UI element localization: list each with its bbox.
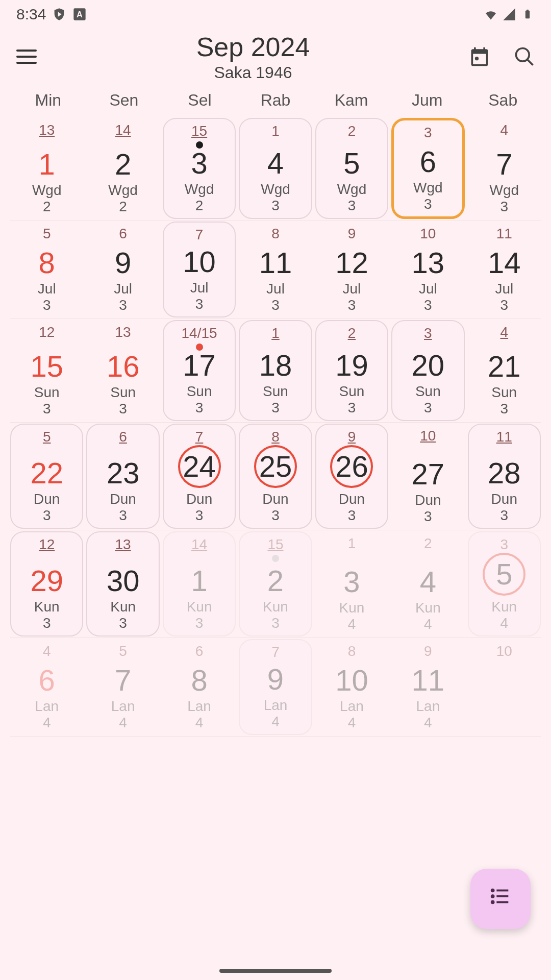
day-cell[interactable]: 118Sun3	[239, 320, 312, 421]
cell-sub: 3	[119, 615, 127, 631]
day-cell[interactable]: 131Wgd2	[10, 118, 83, 219]
day-cell[interactable]: 926Dun3	[315, 424, 388, 529]
day-cell[interactable]: 421Sun3	[468, 320, 541, 421]
day-cell[interactable]: 14/1517Sun3	[163, 320, 236, 421]
cell-sub: 3	[43, 615, 51, 631]
secondary-date: 6	[119, 429, 127, 445]
day-cell[interactable]: 1316Sun3	[86, 320, 159, 421]
day-cell[interactable]: 623Dun3	[86, 424, 159, 529]
cell-sub: 4	[43, 715, 51, 731]
day-cell[interactable]: 35Kun4	[468, 531, 541, 636]
day-cell[interactable]: 57Lan4	[86, 639, 159, 735]
phase-dot-icon	[272, 555, 279, 562]
day-cell[interactable]: 68Lan4	[163, 639, 236, 735]
search-icon	[513, 45, 536, 68]
day-cell[interactable]: 141Kun3	[163, 531, 236, 636]
day-cell[interactable]: 36Wgd3	[391, 118, 464, 219]
wifi-icon	[484, 7, 498, 21]
gesture-handle[interactable]	[219, 969, 332, 973]
day-cell[interactable]: 46Lan4	[10, 639, 83, 735]
cell-sub: 3	[195, 507, 204, 524]
month-title: Sep 2024	[39, 32, 467, 62]
day-cell[interactable]: 69Jul3	[86, 222, 159, 317]
day-cell[interactable]: 142Wgd2	[86, 118, 159, 219]
main-date: 6	[39, 666, 55, 695]
main-date: 7	[496, 150, 512, 179]
menu-button[interactable]	[14, 44, 39, 69]
secondary-date: 7	[271, 644, 280, 660]
cell-sub: 3	[348, 507, 356, 524]
day-cell[interactable]: 79Lan4	[239, 639, 312, 735]
day-cell[interactable]: 1013Jul3	[391, 222, 464, 317]
main-date: 25	[254, 445, 297, 488]
day-cell[interactable]: 710Jul3	[163, 222, 236, 317]
cell-month: Kun	[263, 599, 288, 615]
search-button[interactable]	[512, 44, 537, 69]
calendar-today-icon	[468, 45, 491, 68]
day-cell[interactable]: 1215Sun3	[10, 320, 83, 421]
cell-sub: 3	[271, 615, 280, 631]
cell-month: Dun	[415, 492, 441, 508]
day-cell[interactable]: 825Dun3	[239, 424, 312, 529]
cell-sub: 3	[500, 199, 508, 215]
day-cell[interactable]: 810Lan4	[315, 639, 388, 735]
secondary-date: 8	[271, 226, 280, 242]
day-cell[interactable]: 219Sun3	[315, 320, 388, 421]
day-cell[interactable]: 1027Dun3	[391, 424, 464, 529]
main-date: 20	[412, 351, 445, 380]
secondary-date: 15	[267, 536, 283, 553]
day-cell[interactable]: 25Wgd3	[315, 118, 388, 219]
day-cell[interactable]: 58Jul3	[10, 222, 83, 317]
cell-month: Wgd	[261, 181, 290, 198]
main-date: 17	[183, 351, 216, 380]
day-cell[interactable]: 1229Kun3	[10, 531, 83, 636]
secondary-date: 14/15	[182, 325, 217, 341]
cell-month: Dun	[34, 491, 60, 507]
cell-month: Lan	[264, 697, 288, 714]
secondary-date: 6	[119, 226, 127, 242]
weekday-label: Rab	[238, 91, 314, 110]
day-cell[interactable]: 320Sun3	[391, 320, 464, 421]
day-cell[interactable]: 911Lan4	[391, 639, 464, 735]
svg-point-11	[491, 900, 495, 904]
cell-month: Lan	[340, 698, 364, 715]
secondary-date: 8	[271, 429, 280, 445]
secondary-date: 1	[348, 535, 356, 552]
cell-month: Wgd	[337, 181, 367, 198]
cell-month: Jul	[419, 281, 437, 297]
cell-month: Dun	[262, 491, 288, 507]
day-cell[interactable]: 24Kun4	[391, 531, 464, 636]
day-cell[interactable]: 10	[468, 639, 541, 735]
day-cell[interactable]: 522Dun3	[10, 424, 83, 529]
day-cell[interactable]: 724Dun3	[163, 424, 236, 529]
svg-point-7	[491, 889, 495, 893]
secondary-date: 14	[191, 536, 207, 553]
agenda-fab[interactable]	[470, 869, 531, 929]
secondary-date: 13	[115, 536, 131, 553]
cell-sub: 3	[424, 196, 432, 212]
day-cell[interactable]: 153Wgd2	[163, 118, 236, 219]
day-cell[interactable]: 14Wgd3	[239, 118, 312, 219]
main-date: 5	[483, 553, 525, 596]
cell-sub: 2	[119, 199, 127, 215]
weekday-label: Kam	[313, 91, 389, 110]
secondary-date: 3	[424, 125, 432, 141]
cell-month: Jul	[343, 281, 361, 297]
secondary-date: 15	[191, 123, 207, 139]
calendar-grid: 131Wgd2142Wgd2153Wgd214Wgd325Wgd336Wgd34…	[0, 117, 551, 737]
day-cell[interactable]: 1114Jul3	[468, 222, 541, 317]
cell-month: Sun	[491, 384, 517, 401]
month-picker[interactable]: Sep 2024 Saka 1946	[39, 32, 467, 82]
day-cell[interactable]: 811Jul3	[239, 222, 312, 317]
cell-sub: 3	[500, 297, 508, 313]
today-button[interactable]	[467, 44, 492, 69]
week-row: 522Dun3623Dun3724Dun3825Dun3926Dun31027D…	[10, 423, 541, 530]
day-cell[interactable]: 1128Dun3	[468, 424, 541, 529]
day-cell[interactable]: 13Kun4	[315, 531, 388, 636]
day-cell[interactable]: 912Jul3	[315, 222, 388, 317]
secondary-date: 3	[424, 325, 432, 341]
day-cell[interactable]: 152Kun3	[239, 531, 312, 636]
day-cell[interactable]: 1330Kun3	[86, 531, 159, 636]
cell-month: Lan	[35, 698, 59, 715]
day-cell[interactable]: 47Wgd3	[468, 118, 541, 219]
